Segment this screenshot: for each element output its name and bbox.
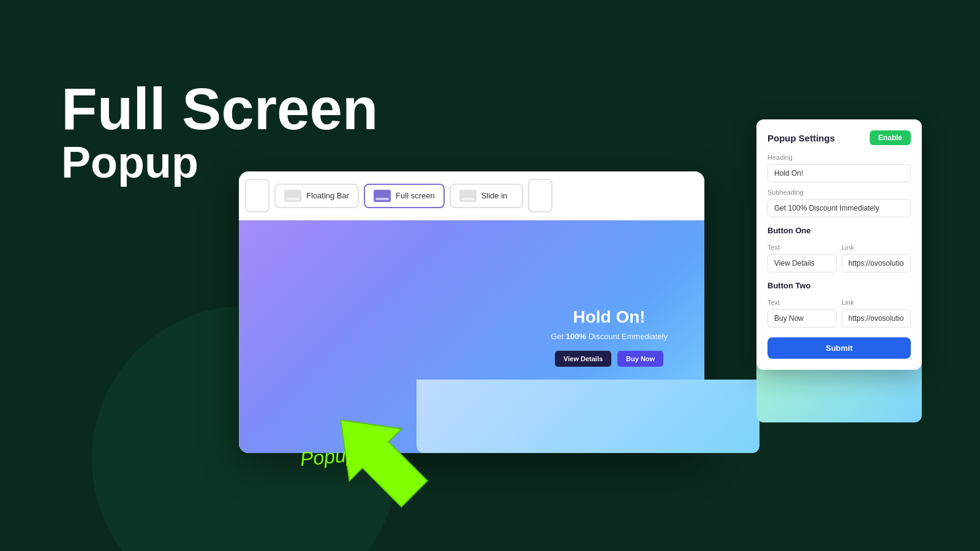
popup-content-block: Hold On! Get 100% Discount Emmediately V… [551, 307, 668, 367]
tab-full-screen[interactable]: Full screen [364, 184, 445, 208]
btn1-text-label: Text [767, 244, 837, 251]
subheading-label: Subheading [767, 189, 911, 196]
popup-view-details-btn[interactable]: View Details [555, 351, 611, 367]
button-one-section-title: Button One [767, 226, 911, 235]
btn2-link-group: Link [842, 293, 911, 328]
button-two-fields: Text Link [767, 293, 911, 328]
btn2-text-label: Text [767, 299, 837, 306]
tab-bar: Floating Bar Full screen Slide in [239, 171, 704, 220]
subheading-field: Subheading [767, 189, 911, 217]
popup-buy-now-btn[interactable]: Buy Now [617, 351, 663, 367]
title-line1: Full Screen [61, 80, 379, 138]
popup-buttons: View Details Buy Now [551, 351, 668, 367]
heading-input[interactable] [767, 164, 911, 182]
tab-partial-left[interactable] [245, 179, 270, 212]
tab-partial-right[interactable] [528, 179, 552, 212]
floating-bar-icon [284, 190, 301, 202]
enable-button[interactable]: Enable [870, 130, 911, 145]
popup-subheading: Get 100% Discount Emmediately [551, 332, 668, 341]
popup-heading: Hold On! [551, 307, 668, 327]
hero-title: Full Screen Popup [61, 80, 379, 187]
settings-header: Popup Settings Enable [767, 130, 911, 145]
subheading-bold: 100% [566, 332, 586, 341]
settings-title: Popup Settings [767, 133, 835, 143]
subheading-suffix: Discount Emmediately [586, 332, 668, 341]
btn1-link-label: Link [842, 244, 911, 251]
slide-in-icon [459, 190, 477, 202]
btn1-text-group: Text [767, 238, 837, 272]
preview-extension [417, 380, 760, 453]
btn2-text-group: Text [767, 293, 837, 328]
tab-slide-in[interactable]: Slide in [450, 184, 523, 208]
btn2-text-input[interactable] [767, 309, 837, 328]
heading-label: Heading [767, 154, 911, 161]
btn2-link-label: Link [842, 299, 911, 306]
btn2-link-input[interactable] [842, 309, 911, 328]
submit-button[interactable]: Submit [767, 337, 911, 359]
btn1-link-group: Link [842, 238, 911, 272]
popup-handwritten-label: Popup [300, 443, 358, 471]
full-screen-icon [374, 190, 391, 202]
tab-floating-bar[interactable]: Floating Bar [274, 184, 359, 208]
settings-panel: Popup Settings Enable Heading Subheading… [756, 119, 922, 370]
subheading-prefix: Get [551, 332, 566, 341]
button-one-fields: Text Link [767, 238, 911, 272]
btn1-link-input[interactable] [842, 254, 911, 272]
btn1-text-input[interactable] [767, 254, 837, 272]
heading-field: Heading [767, 154, 911, 182]
subheading-input[interactable] [767, 199, 911, 217]
button-two-section-title: Button Two [767, 281, 911, 290]
